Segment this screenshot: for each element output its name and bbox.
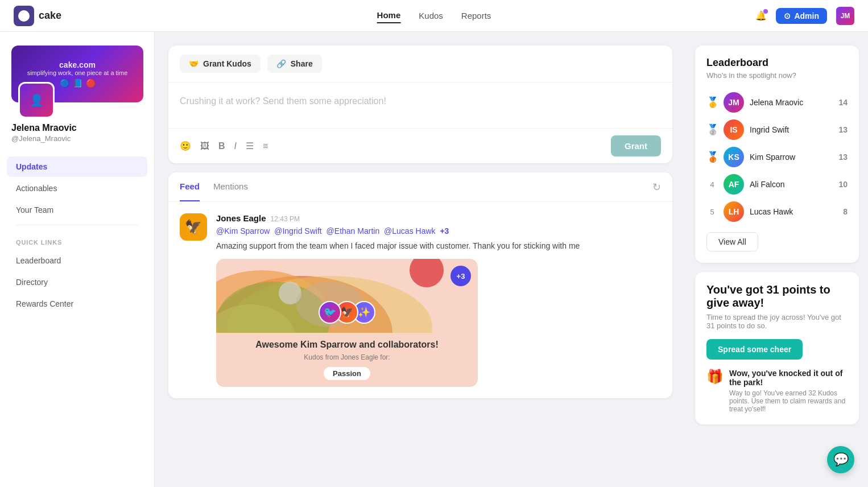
- svg-point-6: [410, 259, 444, 287]
- sidebar-item-leaderboard[interactable]: Leaderboard: [7, 250, 147, 271]
- leaderboard-row-1: 🥇 JM Jelena Mraovic 14: [706, 89, 848, 116]
- lb-avatar-3: KS: [724, 147, 744, 167]
- lb-name-5: Lucas Hawk: [750, 207, 837, 216]
- logo[interactable]: cake: [14, 6, 61, 26]
- rank-5: 5: [706, 208, 718, 216]
- sidebar-profile: cake.com simplifying work, one piece at …: [0, 46, 154, 156]
- lb-name-2: Ingrid Swift: [750, 125, 833, 134]
- cover-tagline: simplifying work, one piece at a time: [27, 69, 128, 76]
- lb-score-3: 13: [838, 152, 848, 162]
- lb-avatar-1: JM: [724, 92, 744, 113]
- svg-point-0: [18, 10, 30, 22]
- leaderboard-row-4: 4 AF Ali Falcon 10: [706, 171, 848, 198]
- sidebar-divider: [16, 225, 138, 225]
- layout: cake.com simplifying work, one piece at …: [0, 32, 868, 487]
- card-tag: Passion: [324, 367, 370, 380]
- lb-name-3: Kim Sparrow: [750, 152, 833, 162]
- refresh-icon[interactable]: ↻: [652, 181, 661, 193]
- achievement-text: Wow, you've knocked it out of the park! …: [729, 369, 848, 413]
- lb-score-2: 13: [838, 125, 848, 134]
- leaderboard-row-2: 🥈 IS Ingrid Swift 13: [706, 116, 848, 143]
- feed-tabs: Feed Mentions ↻: [168, 172, 672, 202]
- card-title: Awesome Kim Sparrow and collaborators!: [225, 340, 469, 350]
- notifications-button[interactable]: 🔔: [755, 10, 767, 21]
- tab-mentions[interactable]: Mentions: [213, 172, 248, 201]
- image-icon[interactable]: 🖼: [200, 141, 209, 151]
- share-button[interactable]: 🔗 Share: [267, 55, 322, 73]
- user-avatar-small[interactable]: JM: [836, 7, 854, 25]
- share-label: Share: [291, 59, 313, 68]
- lb-score-5: 8: [843, 207, 848, 216]
- sidebar: cake.com simplifying work, one piece at …: [0, 32, 155, 487]
- lb-name-1: Jelena Mraovic: [750, 98, 833, 107]
- bullet-list-icon[interactable]: ☰: [246, 141, 254, 151]
- points-subtitle: Time to spread the joy across! You've go…: [706, 313, 848, 330]
- logo-text: cake: [39, 10, 61, 22]
- admin-button[interactable]: ⊙ Admin: [776, 8, 827, 24]
- chat-icon: 💬: [833, 452, 849, 467]
- quick-links-label: QUICK LINKS: [7, 230, 147, 250]
- compose-toolbar-top: 🤝 Grant Kudos 🔗 Share: [168, 46, 672, 82]
- sidebar-item-actionables[interactable]: Actionables: [7, 178, 147, 199]
- post-text: Amazing support from the team when I fac…: [216, 240, 661, 252]
- lb-name-4: Ali Falcon: [750, 180, 833, 189]
- achievement-subtitle: Way to go! You've earned 32 Kudos points…: [729, 389, 848, 413]
- compose-input[interactable]: Crushing it at work? Send them some appr…: [168, 82, 672, 128]
- card-body: Awesome Kim Sparrow and collaborators! K…: [216, 333, 478, 387]
- sidebar-item-updates[interactable]: Updates: [7, 156, 147, 177]
- feed-box: Feed Mentions ↻ 🦅 Jones Eagle 12:43 PM: [168, 172, 672, 398]
- post-plus: +3: [440, 226, 449, 236]
- post-author-avatar: 🦅: [180, 213, 207, 241]
- chat-bubble[interactable]: 💬: [827, 446, 854, 473]
- lb-avatar-5: LH: [724, 201, 744, 222]
- leaderboard-subtitle: Who's in the spotlight now?: [706, 71, 848, 80]
- compose-toolbar-bottom: 🙂 🖼 B I ☰ ≡ Grant: [168, 128, 672, 163]
- leaderboard-row-3: 🥉 KS Kim Sparrow 13: [706, 143, 848, 171]
- card-subtitle: Kudos from Jones Eagle for:: [225, 353, 469, 361]
- right-panel: Leaderboard Who's in the spotlight now? …: [686, 32, 868, 487]
- nav-reports[interactable]: Reports: [461, 9, 491, 23]
- card-visual: 🐦 🦅 ✨: [216, 259, 478, 333]
- rank-3-icon: 🥉: [706, 151, 718, 163]
- grant-kudos-button[interactable]: 🤝 Grant Kudos: [180, 55, 261, 73]
- topnav-right: 🔔 ⊙ Admin JM: [755, 7, 854, 25]
- grant-button[interactable]: Grant: [611, 135, 661, 156]
- topnav-links: Home Kudos Reports: [377, 8, 491, 23]
- italic-icon[interactable]: I: [234, 141, 237, 151]
- numbered-list-icon[interactable]: ≡: [263, 141, 268, 151]
- rank-4: 4: [706, 180, 718, 189]
- cover-brand: cake.com: [27, 60, 128, 69]
- kudos-card: +3: [216, 259, 478, 387]
- points-card: You've got 31 points to give away! Time …: [695, 272, 859, 424]
- post-content: Jones Eagle 12:43 PM @Kim Sparrow @Ingri…: [216, 213, 661, 387]
- tab-feed[interactable]: Feed: [180, 172, 200, 201]
- compose-box: 🤝 Grant Kudos 🔗 Share Crushing it at wor…: [168, 46, 672, 163]
- format-toolbar: 🙂 🖼 B I ☰ ≡: [180, 141, 268, 151]
- sidebar-item-directory[interactable]: Directory: [7, 272, 147, 292]
- rank-1-icon: 🥇: [706, 96, 718, 109]
- post-author-name: Jones Eagle: [216, 213, 266, 223]
- achievement-icon: 🎁: [706, 369, 724, 385]
- post-header: Jones Eagle 12:43 PM: [216, 213, 661, 223]
- sidebar-item-your-team[interactable]: Your Team: [7, 200, 147, 220]
- bold-icon[interactable]: B: [218, 141, 225, 151]
- feed-post: 🦅 Jones Eagle 12:43 PM @Kim Sparrow @Ing…: [180, 213, 661, 387]
- achievement-title: Wow, you've knocked it out of the park!: [729, 369, 848, 387]
- logo-icon: [14, 6, 34, 26]
- lb-avatar-2: IS: [724, 119, 744, 140]
- leaderboard-title: Leaderboard: [706, 57, 848, 69]
- lb-score-1: 14: [838, 98, 848, 107]
- leaderboard-row-5: 5 LH Lucas Hawk 8: [706, 198, 848, 225]
- nav-home[interactable]: Home: [377, 8, 401, 23]
- emoji-icon[interactable]: 🙂: [180, 141, 191, 151]
- grant-kudos-label: Grant Kudos: [203, 59, 251, 68]
- card-avatar-1: 🐦: [319, 301, 341, 324]
- lb-score-4: 10: [838, 180, 848, 189]
- view-all-button[interactable]: View All: [706, 232, 758, 251]
- spread-cheer-button[interactable]: Spread some cheer: [706, 339, 803, 360]
- admin-label: Admin: [794, 11, 819, 20]
- points-title: You've got 31 points to give away!: [706, 283, 848, 309]
- topnav: cake Home Kudos Reports 🔔 ⊙ Admin JM: [0, 0, 868, 32]
- nav-kudos[interactable]: Kudos: [419, 9, 443, 23]
- sidebar-item-rewards-center[interactable]: Rewards Center: [7, 294, 147, 314]
